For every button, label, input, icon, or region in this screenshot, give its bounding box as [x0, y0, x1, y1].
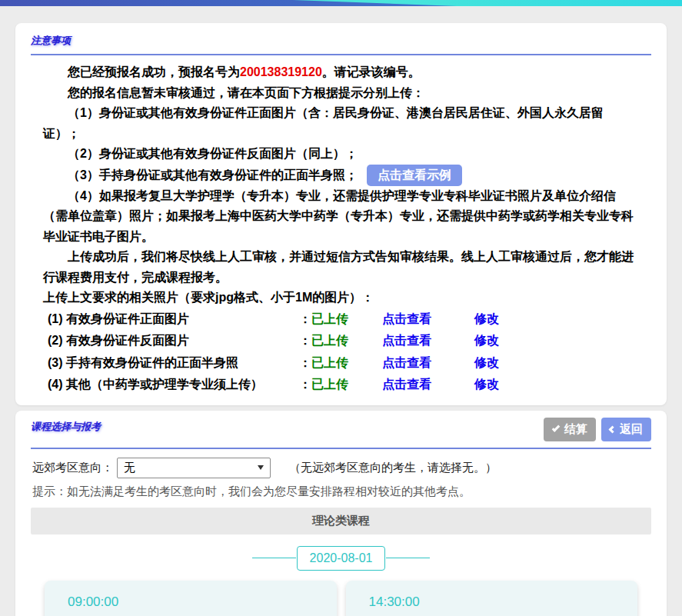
colon: ：	[299, 374, 311, 396]
pre-registration-prefix: 您已经预报名成功，预报名号为	[68, 65, 240, 78]
course-header-buttons: 结算 返回	[544, 418, 651, 441]
course-date-divider: 2020-08-01	[31, 546, 651, 571]
pre-registration-text: 您已经预报名成功，预报名号为200138319120。请记录该编号。	[43, 62, 639, 83]
upload-row-holding-id: (3) 手持有效身份证件的正面半身照：已上传 点击查看 修改	[43, 352, 639, 375]
course-card-afternoon: 14:30:00 选择 课程	[346, 581, 638, 616]
course-cards-row: 09:00:00 选择 课程 14:30:00 选择 课程	[45, 581, 637, 616]
modify-upload-link[interactable]: 修改	[474, 308, 499, 331]
district-tip-text: 提示：如无法满足考生的考区意向时，我们会为您尽量安排路程相对较近的其他考点。	[32, 484, 651, 499]
upload-status-badge: 已上传	[311, 352, 348, 375]
view-upload-link[interactable]: 点击查看	[382, 374, 431, 396]
course-date-badge: 2020-08-01	[297, 546, 386, 571]
top-gradient-banner	[0, 0, 682, 6]
course-time: 09:00:00	[68, 594, 323, 610]
modify-upload-link[interactable]: 修改	[474, 330, 499, 352]
settle-button[interactable]: 结算	[544, 418, 596, 441]
view-upload-link[interactable]: 点击查看	[382, 308, 431, 331]
view-upload-link[interactable]: 点击查看	[382, 330, 431, 352]
course-panel: 课程选择与报考 结算 返回 远郊考区意向： 无 （无远郊考区意向的考生，请选择无…	[15, 411, 667, 616]
upload-list-header: 上传上文要求的相关照片（要求jpg格式、小于1M的图片）：	[43, 288, 639, 308]
modify-upload-link[interactable]: 修改	[474, 374, 499, 396]
notice-panel: 注意事项 您已经预报名成功，预报名号为200138319120。请记录该编号。 …	[15, 23, 667, 405]
district-selected-value: 无	[124, 461, 135, 475]
course-time: 14:30:00	[369, 594, 624, 610]
upload-item-label: (4) 其他（中药学或护理学专业须上传）	[48, 374, 299, 396]
upload-row-other: (4) 其他（中药学或护理学专业须上传）：已上传 点击查看 修改	[43, 374, 639, 396]
check-icon	[552, 424, 561, 432]
upload-instruction-2: （2）身份证或其他有效身份证件反面图片（同上）；	[43, 144, 639, 165]
settle-button-label: 结算	[564, 422, 587, 437]
notice-panel-title: 注意事项	[31, 31, 651, 48]
pre-registration-suffix: 。请记录该编号。	[322, 65, 421, 78]
upload-status-badge: 已上传	[311, 308, 348, 331]
colon: ：	[299, 330, 311, 352]
notice-body: 您已经预报名成功，预报名号为200138319120。请记录该编号。 您的报名信…	[31, 55, 651, 396]
colon: ：	[299, 308, 311, 331]
upload-row-front-id: (1) 有效身份证件正面图片：已上传 点击查看 修改	[43, 308, 639, 331]
upload-row-back-id: (2) 有效身份证件反面图片：已上传 点击查看 修改	[43, 330, 639, 352]
banner-blue-stripe	[0, 0, 682, 6]
district-select-hint: （无远郊考区意向的考生，请选择无。）	[289, 461, 497, 475]
upload-instruction-3-text: （3）手持身份证或其他有效身份证件的正面半身照；	[68, 168, 358, 181]
upload-instruction-1: （1）身份证或其他有效身份证件正面图片（含：居民身份证、港澳台居民居住证、外国人…	[43, 103, 639, 144]
back-button-label: 返回	[620, 422, 643, 437]
upload-item-label: (1) 有效身份证件正面图片	[48, 308, 299, 331]
upload-item-label: (2) 有效身份证件反面图片	[48, 330, 299, 352]
review-process-text: 上传成功后，我们将尽快线上人工审核，并通过短信方式告知审核结果。线上人工审核通过…	[43, 247, 639, 288]
registration-number: 200138319120	[240, 65, 322, 78]
date-line-left	[252, 558, 296, 558]
review-status-text: 您的报名信息暂未审核通过，请在本页面下方根据提示分别上传：	[43, 83, 639, 104]
upload-instruction-4: （4）如果报考复旦大学护理学（专升本）专业，还需提供护理学专业专科毕业证书照片及…	[43, 186, 639, 248]
date-line-right	[386, 558, 430, 558]
upload-item-label: (3) 手持有效身份证件的正面半身照	[48, 352, 299, 375]
chevron-left-icon	[609, 425, 617, 433]
colon: ：	[299, 352, 311, 375]
upload-instruction-3: （3）手持身份证或其他有效身份证件的正面半身照；点击查看示例	[43, 165, 639, 186]
theory-course-section-header: 理论类课程	[31, 508, 651, 534]
course-header: 课程选择与报考 结算 返回	[31, 417, 651, 441]
upload-status-badge: 已上传	[311, 330, 348, 352]
course-title-divider	[31, 448, 651, 449]
district-select[interactable]: 无	[117, 458, 271, 478]
view-upload-link[interactable]: 点击查看	[382, 352, 431, 375]
back-button[interactable]: 返回	[601, 418, 651, 441]
course-panel-title: 课程选择与报考	[31, 417, 101, 434]
district-preference-row: 远郊考区意向： 无 （无远郊考区意向的考生，请选择无。）	[32, 458, 651, 478]
district-select-label: 远郊考区意向：	[32, 461, 113, 475]
upload-status-badge: 已上传	[311, 374, 348, 396]
view-example-button[interactable]: 点击查看示例	[367, 165, 462, 186]
triangle-down-icon	[258, 465, 264, 470]
modify-upload-link[interactable]: 修改	[474, 352, 499, 375]
course-card-morning: 09:00:00 选择 课程	[45, 581, 337, 616]
